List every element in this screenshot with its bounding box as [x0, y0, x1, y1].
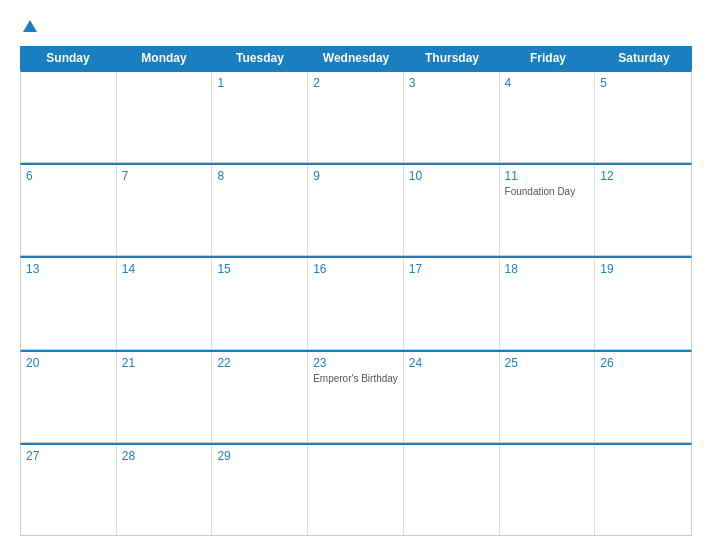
calendar-cell: 0	[308, 445, 404, 535]
calendar-cell: 1	[212, 72, 308, 162]
calendar-week: 2728290000	[20, 443, 692, 536]
calendar-cell: 4	[500, 72, 596, 162]
day-number: 27	[26, 449, 111, 463]
calendar-cell: 0	[595, 445, 691, 535]
day-number: 8	[217, 169, 302, 183]
weekday-header-cell: Friday	[500, 46, 596, 70]
calendar-cell: 28	[117, 445, 213, 535]
day-number: 2	[313, 76, 398, 90]
weekday-header-cell: Wednesday	[308, 46, 404, 70]
day-number: 28	[122, 449, 207, 463]
calendar-cell: 5	[595, 72, 691, 162]
day-number: 10	[409, 169, 494, 183]
day-number: 0	[409, 449, 494, 463]
weekday-header-cell: Saturday	[596, 46, 692, 70]
calendar-cell: 0	[21, 72, 117, 162]
weekday-header-cell: Monday	[116, 46, 212, 70]
day-number: 0	[600, 449, 686, 463]
day-number: 14	[122, 262, 207, 276]
day-number: 19	[600, 262, 686, 276]
weekday-header-cell: Sunday	[20, 46, 116, 70]
calendar-cell: 8	[212, 165, 308, 255]
calendar-cell: 10	[404, 165, 500, 255]
day-number: 18	[505, 262, 590, 276]
calendar-cell: 24	[404, 352, 500, 442]
weekday-header-cell: Thursday	[404, 46, 500, 70]
day-number: 0	[313, 449, 398, 463]
weekday-header: SundayMondayTuesdayWednesdayThursdayFrid…	[20, 46, 692, 70]
calendar-cell: 6	[21, 165, 117, 255]
calendar-cell: 17	[404, 258, 500, 348]
page: SundayMondayTuesdayWednesdayThursdayFrid…	[0, 0, 712, 550]
calendar-cell: 29	[212, 445, 308, 535]
day-number: 26	[600, 356, 686, 370]
calendar-week: 67891011Foundation Day12	[20, 163, 692, 256]
calendar-cell: 7	[117, 165, 213, 255]
day-number: 9	[313, 169, 398, 183]
calendar-cell: 11Foundation Day	[500, 165, 596, 255]
calendar-cell: 3	[404, 72, 500, 162]
day-number: 15	[217, 262, 302, 276]
calendar-cell: 21	[117, 352, 213, 442]
calendar-cell: 0	[404, 445, 500, 535]
day-number: 17	[409, 262, 494, 276]
day-number: 21	[122, 356, 207, 370]
day-number: 29	[217, 449, 302, 463]
day-number: 6	[26, 169, 111, 183]
calendar-cell: 13	[21, 258, 117, 348]
calendar-cell: 0	[500, 445, 596, 535]
holiday-label: Foundation Day	[505, 185, 590, 198]
calendar-cell: 2	[308, 72, 404, 162]
calendar-cell: 15	[212, 258, 308, 348]
day-number: 25	[505, 356, 590, 370]
day-number: 22	[217, 356, 302, 370]
day-number: 0	[505, 449, 590, 463]
day-number: 23	[313, 356, 398, 370]
day-number: 24	[409, 356, 494, 370]
calendar-week: 13141516171819	[20, 256, 692, 349]
day-number: 7	[122, 169, 207, 183]
calendar-cell: 0	[117, 72, 213, 162]
holiday-label: Emperor's Birthday	[313, 372, 398, 385]
calendar-cell: 20	[21, 352, 117, 442]
calendar-cell: 16	[308, 258, 404, 348]
calendar-cell: 22	[212, 352, 308, 442]
day-number: 0	[26, 76, 111, 90]
calendar-cell: 25	[500, 352, 596, 442]
calendar-header	[20, 18, 692, 36]
calendar-body: 001234567891011Foundation Day12131415161…	[20, 70, 692, 536]
calendar-cell: 23Emperor's Birthday	[308, 352, 404, 442]
day-number: 4	[505, 76, 590, 90]
calendar-cell: 18	[500, 258, 596, 348]
day-number: 0	[122, 76, 207, 90]
calendar-cell: 26	[595, 352, 691, 442]
day-number: 5	[600, 76, 686, 90]
svg-marker-0	[23, 20, 37, 32]
day-number: 16	[313, 262, 398, 276]
calendar: SundayMondayTuesdayWednesdayThursdayFrid…	[20, 46, 692, 536]
weekday-header-cell: Tuesday	[212, 46, 308, 70]
calendar-cell: 12	[595, 165, 691, 255]
calendar-cell: 14	[117, 258, 213, 348]
day-number: 3	[409, 76, 494, 90]
calendar-week: 0012345	[20, 70, 692, 163]
day-number: 11	[505, 169, 590, 183]
calendar-cell: 27	[21, 445, 117, 535]
calendar-cell: 9	[308, 165, 404, 255]
day-number: 13	[26, 262, 111, 276]
calendar-week: 20212223Emperor's Birthday242526	[20, 350, 692, 443]
day-number: 12	[600, 169, 686, 183]
day-number: 20	[26, 356, 111, 370]
calendar-cell: 19	[595, 258, 691, 348]
day-number: 1	[217, 76, 302, 90]
logo-icon	[21, 18, 39, 36]
logo	[20, 18, 39, 36]
